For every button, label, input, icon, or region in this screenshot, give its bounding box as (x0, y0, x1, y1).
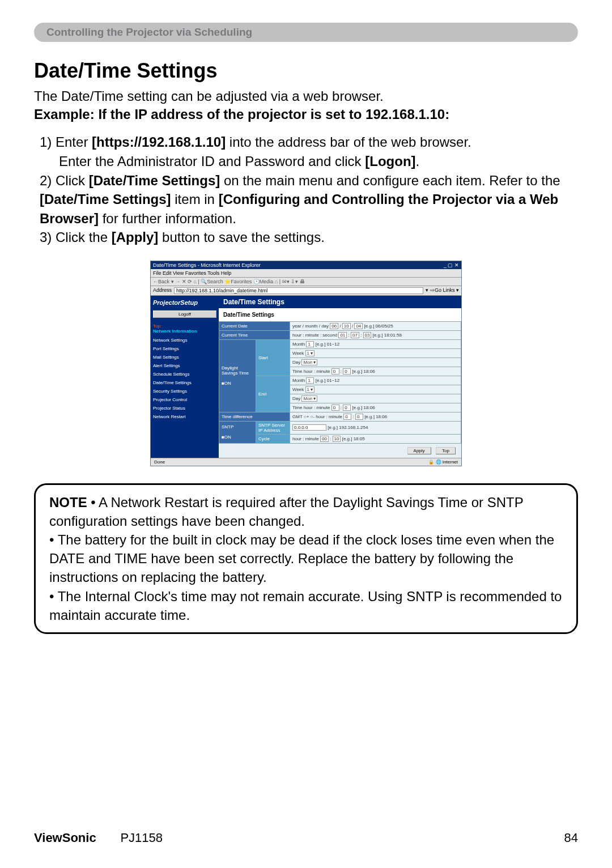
dst-end-month[interactable]: Month 1 [e.g.] 01~12 (290, 376, 461, 385)
dst-start-week[interactable]: Week 1 ▾ (290, 348, 461, 358)
row-sntp-label: SNTP ■ON (219, 421, 256, 443)
gmt-eg: [e.g.] 18:06 (364, 414, 387, 419)
note-box: NOTE • A Network Restart is required aft… (34, 483, 578, 634)
dst-start-time[interactable]: Time hour : minute 0 : 0 [e.g.] 18:06 (290, 367, 461, 376)
start-month-input[interactable]: 1 (306, 341, 314, 347)
start-mn-input[interactable]: 0 (343, 368, 351, 375)
step1-dot: . (416, 154, 420, 169)
address-input[interactable]: http://192.168.1.10/admin_datetime.html (174, 287, 423, 294)
note-bullet-1: • A Network Restart is required after th… (49, 495, 523, 529)
ie-address-bar[interactable]: Address http://192.168.1.10/admin_dateti… (151, 286, 461, 296)
sidebar-item-projector-status[interactable]: Projector Status (153, 404, 216, 412)
row-current-time-label: Current Time (219, 330, 290, 339)
year-input[interactable]: 06 (330, 323, 338, 329)
step2-text4: for further information. (99, 211, 236, 226)
t-eg2: [e.g.] 18:06 (352, 405, 375, 410)
d-lbl2: Day (292, 396, 300, 401)
step2-dt: [Date/Time Settings] (89, 173, 220, 188)
row-timediff-value[interactable]: GMT ○+ ○- hour : minute 0 : 0 [e.g.] 18:… (290, 412, 461, 421)
end-day-select[interactable]: Mon ▾ (301, 395, 317, 402)
step3-text2: button to save the settings. (158, 229, 325, 245)
apply-button[interactable]: Apply (407, 447, 431, 454)
ct-eg: [e.g.] 18:01:58 (373, 333, 402, 338)
main-header: Date/Time Settings (219, 296, 461, 308)
note-bullet-2: • The battery for the built in clock may… (49, 532, 554, 585)
end-week-select[interactable]: 1 ▾ (305, 386, 315, 393)
page-title: Date/Time Settings (34, 59, 578, 83)
sub-header: Date/Time Settings (219, 308, 461, 321)
step1-cont: Enter the Administrator ID and Password … (59, 154, 365, 169)
example-line: Example: If the IP address of the projec… (34, 107, 578, 122)
ie-window-controls[interactable]: _ ▢ ✕ (444, 262, 459, 268)
sidebar-item-port-settings[interactable]: Port Settings (153, 344, 216, 353)
step1-logon: [Logon] (365, 154, 415, 169)
go-links[interactable]: ▾ ⇨Go Links ▾ (426, 287, 459, 294)
end-month-input[interactable]: 1 (306, 377, 314, 384)
status-internet: 🔒 🌐 Internet (428, 459, 458, 465)
step2-text: 2) Click (40, 173, 89, 188)
sidebar-item-security-settings[interactable]: Security Settings (153, 387, 216, 395)
dst-on-checkbox[interactable]: ■ON (222, 381, 231, 386)
sidebar-item-schedule-settings[interactable]: Schedule Settings (153, 370, 216, 378)
cycle-hr-input[interactable]: 00 (320, 436, 329, 442)
dst-text: Daylight Savings Time (222, 365, 249, 376)
start-hr-input[interactable]: 0 (332, 368, 339, 375)
dst-end-week[interactable]: Week 1 ▾ (290, 385, 461, 394)
ie-window-title: Date/Time Settings - Microsoft Internet … (153, 262, 261, 268)
gmt-hr-input[interactable]: 0 (343, 414, 351, 420)
ie-menu-bar[interactable]: File Edit View Favorites Tools Help (151, 269, 461, 278)
top-button[interactable]: Top (436, 447, 456, 454)
cycle-prefix: hour : minute (292, 436, 319, 441)
sntp-server-label: SNTP Server IP Address (256, 421, 290, 434)
intro-text: The Date/Time setting can be adjusted vi… (34, 87, 578, 105)
dst-start-day[interactable]: Day Mon ▾ (290, 358, 461, 367)
m-eg: [e.g.] 01~12 (316, 342, 339, 347)
hour-input[interactable]: 01 (338, 332, 347, 338)
row-current-date-label: Current Date (219, 321, 290, 330)
step2-dt2: [Date/Time Settings] (40, 192, 171, 207)
sidebar-item-network-restart[interactable]: Network Restart (153, 412, 216, 421)
end-mn-input[interactable]: 0 (343, 405, 351, 411)
dst-start-month[interactable]: Month 1 [e.g.] 01~12 (290, 339, 461, 348)
dst-end-time[interactable]: Time hour : minute 0 : 0 [e.g.] 18:06 (290, 403, 461, 412)
cycle-value[interactable]: hour : minute 00 : 10 [e.g.] 18:05 (290, 434, 461, 443)
sidebar-item-datetime-settings[interactable]: Date/Time Settings (153, 378, 216, 387)
cycle-label: Cycle (256, 434, 290, 443)
sidebar-network-info[interactable]: Network Information (153, 329, 216, 334)
sntp-on-checkbox[interactable]: ■ON (222, 435, 231, 440)
t-lbl: Time hour : minute (292, 369, 330, 374)
step1-text: 1) Enter (40, 134, 92, 150)
sntp-ip-input[interactable]: 0.0.0.0 (292, 424, 326, 431)
day-input[interactable]: 04 (354, 323, 363, 329)
logoff-button[interactable]: Logoff (153, 310, 216, 318)
d-lbl: Day (292, 360, 300, 365)
m-lbl2: Month (292, 378, 305, 383)
ie-toolbar[interactable]: ←Back ▾ → ✕ ⟳ ⌂ | 🔍Search ⭐Favorites 🕑Me… (151, 278, 461, 286)
step3-apply: [Apply] (112, 229, 159, 245)
cycle-mn-input[interactable]: 10 (333, 436, 341, 442)
min-input[interactable]: 07 (351, 332, 359, 338)
start-week-select[interactable]: 1 ▾ (305, 350, 315, 356)
gmt-mn-input[interactable]: 0 (355, 414, 363, 420)
sidebar-item-mail-settings[interactable]: Mail Settings (153, 353, 216, 361)
m-eg2: [e.g.] 01~12 (316, 378, 339, 383)
step1-url: [https://192.168.1.10] (92, 134, 226, 150)
sidebar-item-alert-settings[interactable]: Alert Settings (153, 361, 216, 370)
status-done: Done (154, 459, 165, 465)
dst-end-day[interactable]: Day Mon ▾ (290, 394, 461, 403)
sidebar-item-network-settings[interactable]: Network Settings (153, 336, 216, 344)
note-lead: NOTE (49, 495, 87, 510)
row-timediff-label: Time difference (219, 412, 290, 421)
sec-input[interactable]: 03 (363, 332, 372, 338)
sidebar-item-projector-control[interactable]: Projector Control (153, 395, 216, 404)
sntp-server-value[interactable]: 0.0.0.0 [e.g.] 192.168.1.254 (290, 421, 461, 434)
ie-title-bar: Date/Time Settings - Microsoft Internet … (151, 261, 461, 269)
start-day-select[interactable]: Mon ▾ (301, 359, 317, 365)
month-input[interactable]: 10 (342, 323, 351, 329)
t-lbl2: Time hour : minute (292, 405, 330, 410)
end-hr-input[interactable]: 0 (332, 405, 339, 411)
step2-text3: item in (171, 192, 219, 207)
row-current-date-value[interactable]: year / month / day 06 / 10 / 04 [e.g.] 0… (290, 321, 461, 330)
section-header: Controlling the Projector via Scheduling (34, 23, 578, 42)
row-current-time-value[interactable]: hour : minute : second 01 : 07 : 03 [e.g… (290, 330, 461, 339)
